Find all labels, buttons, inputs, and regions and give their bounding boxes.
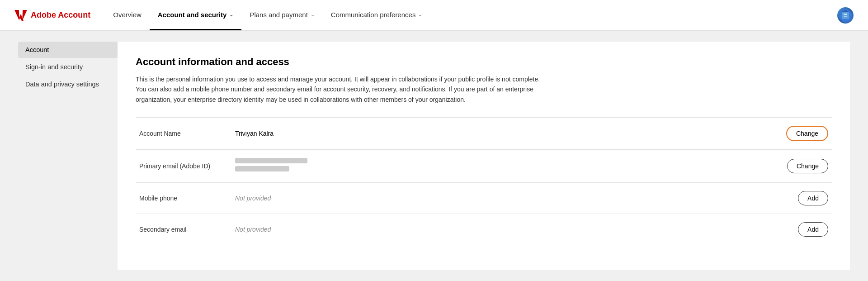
add-mobile-phone-button[interactable]: Add — [798, 191, 828, 205]
nav-item-overview[interactable]: Overview — [105, 0, 150, 30]
row-label-mobile-phone: Mobile phone — [136, 195, 235, 202]
nav-label-plans-payment: Plans and payment — [250, 11, 307, 19]
nav-label-account-security: Account and security — [158, 11, 227, 19]
change-account-name-button[interactable]: Change — [786, 126, 828, 141]
sidebar-item-account[interactable]: Account — [18, 42, 118, 58]
row-label-account-name: Account Name — [136, 130, 235, 137]
change-primary-email-button[interactable]: Change — [787, 159, 828, 173]
row-value-secondary-email: Not provided — [235, 226, 798, 233]
table-row: Mobile phone Not provided Add — [136, 182, 832, 214]
main-area: Account Sign-in and security Data and pr… — [0, 31, 868, 281]
nav-label-overview: Overview — [113, 11, 142, 19]
content-panel: Account information and access This is t… — [118, 42, 850, 270]
nav-item-communication[interactable]: Communication preferences ⌄ — [323, 0, 431, 30]
sidebar-item-sign-in-security[interactable]: Sign-in and security — [18, 59, 118, 75]
nav-label-communication: Communication preferences — [331, 11, 416, 19]
nav-right-area — [837, 7, 854, 24]
adobe-logo-link[interactable]: Adobe Account — [14, 10, 90, 21]
row-label-primary-email: Primary email (Adobe ID) — [136, 162, 235, 170]
row-action-primary-email: Change — [787, 159, 832, 173]
sidebar: Account Sign-in and security Data and pr… — [18, 42, 118, 270]
adobe-icon — [14, 10, 27, 21]
nav-menu: Overview Account and security ⌄ Plans an… — [105, 0, 837, 30]
blurred-email-line-1 — [235, 158, 307, 163]
sidebar-item-data-privacy[interactable]: Data and privacy settings — [18, 76, 118, 92]
nav-item-plans-payment[interactable]: Plans and payment ⌄ — [241, 0, 322, 30]
chevron-down-icon: ⌄ — [311, 12, 315, 18]
row-value-mobile-phone: Not provided — [235, 195, 798, 202]
add-secondary-email-button[interactable]: Add — [798, 222, 828, 237]
row-value-account-name: Triviyan Kalra — [235, 130, 786, 137]
svg-rect-3 — [844, 14, 847, 15]
row-action-secondary-email: Add — [798, 222, 832, 237]
top-navigation: Adobe Account Overview Account and secur… — [0, 0, 868, 31]
nav-item-account-security[interactable]: Account and security ⌄ — [150, 0, 242, 30]
svg-rect-1 — [842, 12, 849, 19]
blurred-email-line-2 — [235, 166, 289, 171]
page-description: This is the personal information you use… — [136, 74, 542, 105]
avatar[interactable] — [837, 7, 854, 24]
table-row: Account Name Triviyan Kalra Change — [136, 117, 832, 149]
logo-text: Adobe Account — [31, 10, 90, 20]
svg-rect-4 — [844, 16, 847, 17]
table-row: Primary email (Adobe ID) Change — [136, 149, 832, 182]
avatar-icon — [839, 9, 852, 22]
row-action-account-name: Change — [786, 126, 832, 141]
row-value-primary-email — [235, 158, 787, 174]
sidebar-label-sign-in-security: Sign-in and security — [25, 63, 83, 71]
sidebar-label-account: Account — [25, 46, 49, 53]
table-row: Secondary email Not provided Add — [136, 214, 832, 245]
row-label-secondary-email: Secondary email — [136, 226, 235, 233]
chevron-down-icon: ⌄ — [229, 12, 233, 18]
page-title: Account information and access — [136, 56, 832, 68]
chevron-down-icon: ⌄ — [418, 12, 422, 18]
sidebar-label-data-privacy: Data and privacy settings — [25, 81, 99, 88]
row-action-mobile-phone: Add — [798, 191, 832, 205]
